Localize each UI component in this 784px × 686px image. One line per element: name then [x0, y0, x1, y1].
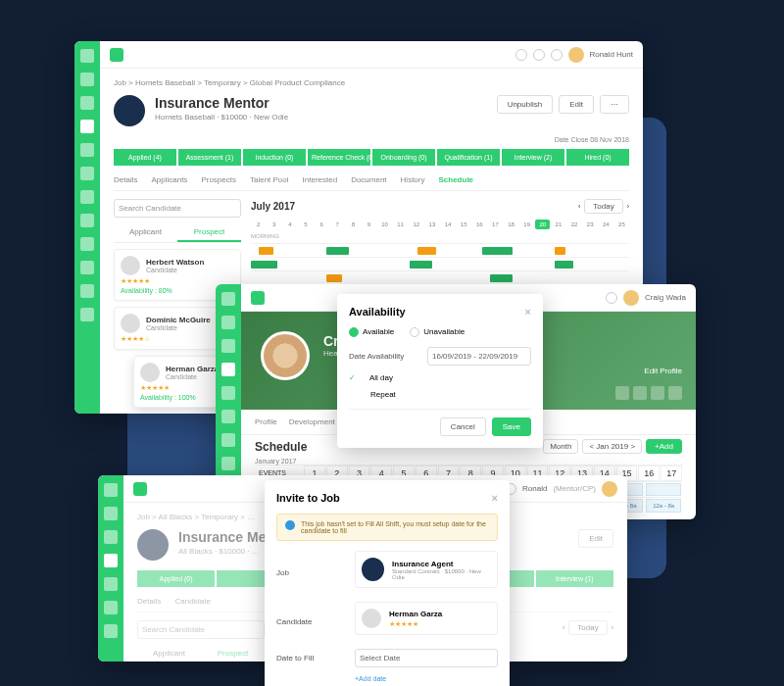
- ptab-development[interactable]: Development: [289, 417, 335, 426]
- nav-icon[interactable]: [80, 284, 94, 298]
- nav-icon[interactable]: [104, 507, 118, 520]
- subtab-prospect[interactable]: Prospect: [177, 223, 241, 242]
- subtab-applicant[interactable]: Applicant: [114, 223, 177, 242]
- bell-icon[interactable]: [551, 49, 563, 61]
- modal-title: Availability: [349, 306, 406, 318]
- social-icon[interactable]: [668, 386, 682, 400]
- ptab-profile[interactable]: Profile: [255, 417, 277, 426]
- nav-icon[interactable]: [80, 261, 94, 274]
- nav-icon[interactable]: [80, 73, 94, 86]
- social-icon[interactable]: [651, 386, 664, 400]
- add-date-link[interactable]: +Add date: [355, 675, 386, 682]
- pipeline-stage[interactable]: Assessment (1): [178, 149, 241, 166]
- radio-available[interactable]: Available: [349, 327, 394, 337]
- prev-button[interactable]: ‹: [578, 203, 580, 210]
- nav-icon[interactable]: [80, 308, 94, 321]
- nav-icon[interactable]: [80, 167, 94, 180]
- save-button[interactable]: Save: [492, 417, 531, 436]
- tab-prospects[interactable]: Prospects: [201, 175, 236, 184]
- user-name[interactable]: Ronald Hunt: [590, 50, 633, 59]
- gantt-row: [251, 243, 629, 257]
- pipeline-stage[interactable]: Hired (0): [566, 149, 629, 166]
- topbar: Ronald Hunt: [100, 41, 643, 69]
- tab-schedule[interactable]: Schedule: [438, 175, 473, 184]
- more-button[interactable]: ⋯: [600, 95, 629, 114]
- nav-icon[interactable]: [104, 577, 118, 591]
- nav-icon[interactable]: [80, 96, 94, 110]
- add-button[interactable]: +Add: [646, 439, 682, 454]
- bell-icon[interactable]: [606, 292, 617, 304]
- nav-icon[interactable]: [80, 143, 94, 157]
- help-icon[interactable]: [515, 49, 527, 61]
- tab-interested[interactable]: Interested: [303, 175, 338, 184]
- nav-icon[interactable]: [104, 483, 118, 497]
- social-icon[interactable]: [615, 386, 629, 400]
- nav-icon[interactable]: [221, 457, 235, 470]
- cancel-button[interactable]: Cancel: [440, 417, 486, 436]
- date-close: Date Close 08 Nov 2018: [114, 136, 629, 143]
- mail-icon[interactable]: [533, 49, 545, 61]
- nav-icon[interactable]: [80, 237, 94, 251]
- avatar: [140, 363, 160, 382]
- job-logo: [114, 95, 145, 126]
- profile-avatar[interactable]: [261, 331, 310, 380]
- edit-profile-link[interactable]: Edit Profile: [644, 367, 682, 375]
- candidate-select[interactable]: Herman Garza★★★★★: [355, 602, 498, 635]
- nav-icon[interactable]: [221, 410, 235, 423]
- pipeline: Applied (4) Assessment (1) Induction (0)…: [114, 149, 629, 166]
- nav-icon[interactable]: [80, 190, 94, 204]
- breadcrumb[interactable]: Job > Hornets Baseball > Temporary > Glo…: [114, 78, 629, 87]
- nav-icon[interactable]: [104, 624, 118, 638]
- view-month[interactable]: Month: [543, 439, 578, 454]
- avatar[interactable]: [623, 290, 639, 306]
- day-strip: 2345678910111213141516171819202122232425: [251, 220, 629, 229]
- info-banner: This job hasn't set to Fill All Shift, y…: [276, 514, 498, 541]
- avatar[interactable]: [568, 47, 584, 63]
- edit-button[interactable]: Edit: [578, 529, 613, 548]
- pipeline-stage[interactable]: Interview (2): [502, 149, 564, 166]
- nav-icon[interactable]: [104, 530, 118, 544]
- nav-icon[interactable]: [221, 316, 235, 329]
- tab-talentpool[interactable]: Talent Pool: [250, 175, 289, 184]
- nav-icon[interactable]: [221, 386, 235, 400]
- nav-icon[interactable]: [221, 433, 235, 447]
- pipeline-stage[interactable]: Induction (0): [243, 149, 306, 166]
- tab-document[interactable]: Document: [351, 175, 386, 184]
- nav-icon[interactable]: [221, 339, 235, 353]
- job-logo: [362, 558, 384, 581]
- date-input[interactable]: 16/09/2019 - 22/09/2019: [427, 347, 531, 366]
- radio-unavailable[interactable]: Unavailable: [410, 327, 465, 337]
- job-title: Insurance Mentor: [155, 95, 288, 111]
- close-icon[interactable]: ×: [525, 306, 531, 318]
- date-range[interactable]: < Jan 2019 >: [582, 439, 642, 454]
- job-select[interactable]: Insurance AgentStandard Contract · $1000…: [355, 551, 498, 588]
- logo-icon: [251, 291, 265, 305]
- nav-icon[interactable]: [221, 363, 235, 376]
- nav-icon[interactable]: [80, 120, 94, 133]
- nav-icon[interactable]: [80, 214, 94, 227]
- date-input[interactable]: Select Date: [355, 649, 498, 667]
- next-button[interactable]: ›: [627, 203, 629, 210]
- tab-details[interactable]: Details: [114, 175, 137, 184]
- pipeline-stage[interactable]: Onboarding (0): [372, 149, 435, 166]
- today-button[interactable]: Today: [584, 199, 622, 214]
- social-icon[interactable]: [633, 386, 647, 400]
- nav-icon[interactable]: [104, 601, 118, 614]
- info-icon: [285, 520, 295, 530]
- tab-applicants[interactable]: Applicants: [151, 175, 187, 184]
- avatar[interactable]: [602, 481, 617, 497]
- nav-icon[interactable]: [221, 292, 235, 306]
- edit-button[interactable]: Edit: [559, 95, 594, 114]
- logo-icon: [110, 48, 123, 62]
- pipeline-stage[interactable]: Qualification (1): [437, 149, 500, 166]
- close-icon[interactable]: ×: [492, 492, 498, 504]
- nav-icon[interactable]: [80, 49, 94, 63]
- modal-availability: Availability× Available Unavailable Date…: [337, 294, 543, 448]
- search-input[interactable]: Search Candidate: [114, 199, 241, 218]
- nav-icon[interactable]: [104, 554, 118, 567]
- tab-history[interactable]: History: [401, 175, 425, 184]
- pipeline-stage[interactable]: Reference Check (0): [308, 149, 370, 166]
- unpublish-button[interactable]: Unpublish: [497, 95, 554, 114]
- pipeline-stage[interactable]: Applied (4): [114, 149, 176, 166]
- sidebar: [74, 41, 100, 414]
